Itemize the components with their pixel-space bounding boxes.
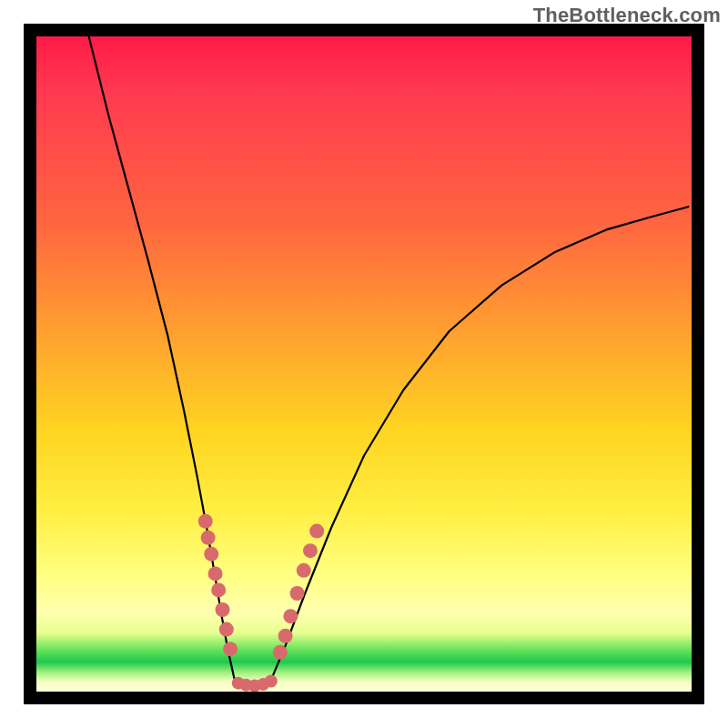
chart-frame bbox=[24, 24, 704, 704]
curve-marker-dot bbox=[273, 645, 288, 660]
chart-stage: TheBottleneck.com bbox=[0, 0, 728, 728]
curve-marker-dot bbox=[303, 543, 318, 558]
curve-marker-dot bbox=[215, 602, 229, 617]
chart-plot-area bbox=[36, 36, 692, 692]
bottleneck-curve bbox=[89, 36, 689, 686]
curve-marker-dot bbox=[211, 582, 226, 597]
curve-marker-dot bbox=[204, 547, 218, 561]
curve-marker-dot bbox=[265, 674, 278, 687]
curve-marker-dot bbox=[223, 642, 238, 656]
chart-svg bbox=[36, 36, 692, 692]
curve-marker-dot bbox=[219, 622, 234, 637]
curve-marker-dot bbox=[297, 563, 311, 578]
curve-marker-dot bbox=[283, 609, 298, 623]
curve-marker-dot bbox=[198, 514, 213, 529]
curve-marker-dot bbox=[309, 524, 324, 539]
curve-marker-dot bbox=[278, 629, 293, 643]
curve-marker-dot bbox=[290, 586, 305, 601]
curve-marker-dot bbox=[201, 531, 216, 545]
curve-marker-dot bbox=[208, 566, 223, 581]
curve-markers bbox=[198, 514, 324, 692]
watermark-text: TheBottleneck.com bbox=[533, 4, 721, 27]
